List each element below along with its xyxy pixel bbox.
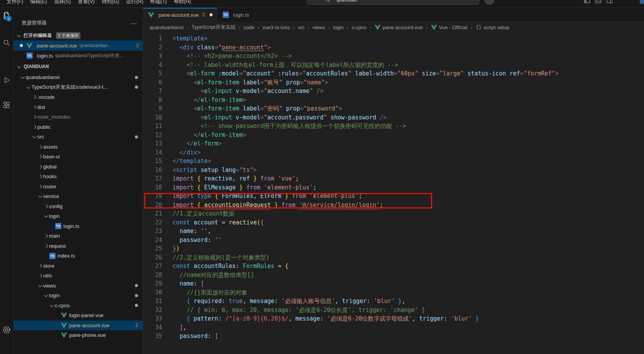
tree-item-request[interactable]: request bbox=[14, 241, 143, 251]
code-line-9[interactable]: 9 <el-form-item label="密码" prop="passwor… bbox=[143, 104, 644, 113]
tree-item-quanduanlianxi[interactable]: quanduanlianxi bbox=[14, 72, 143, 82]
tree-item-.vscode[interactable]: .vscode bbox=[14, 92, 143, 102]
code-line-23[interactable]: 23 name: '', bbox=[143, 227, 644, 236]
code-line-33[interactable]: 33 { pattern: /^[a-z0-9]{6,20}$/, messag… bbox=[143, 314, 644, 323]
code-line-1[interactable]: 1<template> bbox=[143, 34, 644, 43]
titlebar-corner-icon[interactable] bbox=[640, 0, 644, 4]
tree-item-views[interactable]: views bbox=[14, 281, 143, 291]
code-line-27[interactable]: 27const accountRules: FormRules = { bbox=[143, 262, 644, 271]
tree-item-login.ts[interactable]: TSlogin.ts bbox=[14, 221, 143, 231]
breadcrumb-item-views[interactable]: views bbox=[312, 25, 325, 30]
menubar-item-0[interactable]: 文件(F) bbox=[3, 0, 27, 7]
open-editor-login.ts[interactable]: TSlogin.tsquanduanlianxi\TypeScript开发... bbox=[14, 51, 143, 61]
sidebar-actions-button[interactable]: ··· bbox=[131, 21, 137, 26]
tree-item-login[interactable]: login bbox=[14, 291, 143, 301]
search-view-icon[interactable] bbox=[0, 36, 13, 49]
tree-item-login-panel.vue[interactable]: login-panel.vue bbox=[14, 310, 143, 321]
breadcrumb-item-vue3-ts-cms[interactable]: vue3-ts-cms bbox=[262, 25, 290, 30]
tree-item-config[interactable]: config bbox=[14, 202, 143, 212]
toggle-panel-icon[interactable] bbox=[595, 0, 602, 5]
tree-item-node_modules[interactable]: node_modules bbox=[14, 112, 143, 122]
tree-item-router[interactable]: router bbox=[14, 182, 143, 192]
code-line-31[interactable]: 31 { required: true, message: '必须输入账号信息'… bbox=[143, 297, 644, 306]
tree-item-utils[interactable]: utils bbox=[14, 271, 143, 281]
code-line-5[interactable]: 5 <el-form :model="account" :rules="acco… bbox=[143, 69, 644, 78]
code-line-35[interactable]: 35 password: [ bbox=[143, 332, 644, 341]
menubar-item-5[interactable]: 运行(R) bbox=[122, 0, 147, 7]
code-line-18[interactable]: 18import { ElMessage } from 'element-plu… bbox=[143, 183, 644, 192]
code-line-3[interactable]: 3 <!-- <h2>pane-account</h2> --> bbox=[143, 52, 644, 61]
code-line-24[interactable]: 24 password: '' bbox=[143, 236, 644, 245]
open-editors-header[interactable]: 打开的编辑器 1 个未保存 bbox=[14, 30, 143, 40]
manage-gear-icon[interactable] bbox=[0, 323, 13, 336]
tree-item-TypeScriptcodevue3-t...[interactable]: TypeScript开发实战\code\vue3-t... bbox=[14, 82, 143, 93]
breadcrumb-item-pane-account.vue[interactable]: pane-account.vue bbox=[374, 25, 422, 30]
command-center[interactable]: quanduan bbox=[307, 0, 479, 5]
code-line-21[interactable]: 21//1.定义account数据 bbox=[143, 209, 644, 218]
breadcrumb-item-code[interactable]: code bbox=[244, 25, 255, 30]
code-line-25[interactable]: 25}) bbox=[143, 244, 644, 253]
code-line-16[interactable]: 16<script setup lang="ts"> bbox=[143, 166, 644, 175]
run-debug-icon[interactable] bbox=[0, 73, 13, 87]
code-line-20[interactable]: 20import { accountLoginRequest } from '@… bbox=[143, 201, 644, 210]
tree-item-index.ts[interactable]: TSindex.ts bbox=[14, 251, 143, 261]
tab-pane-account.vue[interactable]: pane-account.vue2 bbox=[143, 8, 218, 22]
breadcrumb-item-TypeScript[interactable]: TypeScript开发实战 bbox=[192, 24, 236, 31]
tree-item-store[interactable]: store bbox=[14, 261, 143, 271]
code-line-14[interactable]: 14 </div> bbox=[143, 148, 644, 157]
workspace-header[interactable]: QIANDUAN bbox=[14, 61, 143, 72]
tree-item-pane-account.vue[interactable]: pane-account.vue2 bbox=[14, 321, 143, 331]
menubar-item-1[interactable]: 编辑(E) bbox=[27, 0, 51, 7]
code-line-11[interactable]: 11 <!-- show-password用于为密码输入框提供一个切换密码可见性… bbox=[143, 122, 644, 131]
tree-item-dist[interactable]: dist bbox=[14, 102, 143, 112]
code-line-8[interactable]: 8 </el-form-item> bbox=[143, 96, 644, 105]
code-line-26[interactable]: 26//2.定义校验规则(是一个对象类型) bbox=[143, 253, 644, 262]
code-line-13[interactable]: 13 </el-form> bbox=[143, 139, 644, 148]
code-line-22[interactable]: 22const account = reactive({ bbox=[143, 218, 644, 227]
breadcrumb-item-Vue-Official[interactable]: Vue - Official bbox=[431, 25, 468, 30]
extensions-icon[interactable] bbox=[0, 98, 13, 112]
code-line-2[interactable]: 2 <div class="pane-account"> bbox=[143, 43, 644, 52]
code-line-10[interactable]: 10 <el-input v-model="account.password" … bbox=[143, 113, 644, 122]
menubar-item-6[interactable]: 终端(T) bbox=[147, 0, 170, 7]
tree-item-hooks[interactable]: hooks bbox=[14, 172, 143, 182]
breadcrumb-item-quanduanlianxi[interactable]: quanduanlianxi bbox=[150, 25, 183, 30]
code-line-15[interactable]: 15</template> bbox=[143, 157, 644, 166]
tree-item-base-ui[interactable]: base-ui bbox=[14, 152, 143, 162]
dirty-dot-icon[interactable] bbox=[209, 13, 213, 16]
code-line-28[interactable]: 28 //name对应的是数组类型[] bbox=[143, 271, 644, 280]
code-line-19[interactable]: 19import type { FormRules, ElForm } from… bbox=[143, 192, 644, 201]
titlebar-avatar[interactable] bbox=[484, 0, 494, 5]
toggle-sidebar-icon[interactable] bbox=[584, 0, 590, 5]
code-line-32[interactable]: 32 // { min: 6, max: 20, message: '必须是6-… bbox=[143, 306, 644, 315]
tree-item-service[interactable]: service bbox=[14, 191, 143, 202]
code-editor[interactable]: 1<template>2 <div class="pane-account">3… bbox=[143, 33, 644, 354]
code-line-12[interactable]: 12 </el-form-item> bbox=[143, 131, 644, 140]
breadcrumb-item-src[interactable]: src bbox=[298, 25, 304, 30]
tree-item-src[interactable]: src bbox=[14, 132, 143, 142]
tree-item-global[interactable]: global bbox=[14, 162, 143, 172]
code-line-34[interactable]: 34 ], bbox=[143, 323, 644, 332]
toggle-secondary-sidebar-icon[interactable] bbox=[606, 0, 613, 5]
tree-item-pane-phone.vue[interactable]: pane-phone.vue bbox=[14, 330, 143, 340]
code-line-7[interactable]: 7 <el-input v-model="account.name" /> bbox=[143, 87, 644, 96]
breadcrumb-item-c-cpns[interactable]: c-cpns bbox=[352, 25, 367, 30]
code-line-30[interactable]: 30 //{}里面放对应的对象 bbox=[143, 288, 644, 297]
menubar-item-7[interactable]: 帮助(H) bbox=[170, 0, 194, 7]
tree-item-assets[interactable]: assets bbox=[14, 142, 143, 152]
menubar-item-3[interactable]: 查看(V) bbox=[74, 0, 98, 7]
code-line-6[interactable]: 6 <el-form-item label="账号" prop="name"> bbox=[143, 78, 644, 87]
open-editor-pane-account.vue[interactable]: pane-account.vuequanduanlian...2 bbox=[14, 40, 143, 51]
breadcrumb-item-login[interactable]: login bbox=[333, 25, 344, 30]
tree-item-main[interactable]: main bbox=[14, 231, 143, 241]
tab-login.ts[interactable]: TSlogin.ts bbox=[218, 8, 254, 22]
menubar-item-2[interactable]: 选择(S) bbox=[51, 0, 74, 7]
menubar-item-4[interactable]: 转到(G) bbox=[98, 0, 123, 7]
code-line-29[interactable]: 29 name: [ bbox=[143, 279, 644, 288]
code-line-17[interactable]: 17import { reactive, ref } from 'vue'; bbox=[143, 174, 644, 183]
tree-item-public[interactable]: public bbox=[14, 122, 143, 132]
breadcrumb-item-scriptsetup[interactable]: {}script setup bbox=[475, 25, 509, 30]
tree-item-c-cpns[interactable]: c-cpns bbox=[14, 301, 143, 311]
code-line-4[interactable]: 4 <!-- label-width在el-form上面，可以指定每个label… bbox=[143, 61, 644, 70]
tree-item-login[interactable]: login bbox=[14, 211, 143, 221]
